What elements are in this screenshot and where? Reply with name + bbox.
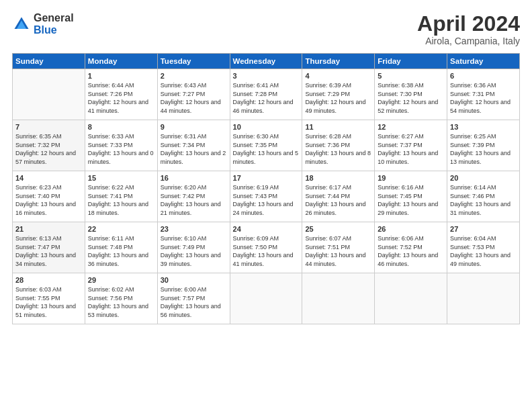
header: General Blue April 2024 Airola, Campania… <box>12 12 520 46</box>
day-info: Sunrise: 6:02 AMSunset: 7:56 PMDaylight:… <box>88 285 154 319</box>
calendar-cell: 17Sunrise: 6:19 AMSunset: 7:43 PMDayligh… <box>230 171 302 222</box>
subtitle: Airola, Campania, Italy <box>417 36 520 46</box>
day-info: Sunrise: 6:16 AMSunset: 7:45 PMDaylight:… <box>378 183 444 217</box>
calendar-cell: 15Sunrise: 6:22 AMSunset: 7:41 PMDayligh… <box>85 171 157 222</box>
calendar-cell: 24Sunrise: 6:09 AMSunset: 7:50 PMDayligh… <box>230 222 302 273</box>
day-number: 11 <box>305 123 371 131</box>
day-info: Sunrise: 6:19 AMSunset: 7:43 PMDaylight:… <box>233 183 300 217</box>
day-info: Sunrise: 6:44 AMSunset: 7:26 PMDaylight:… <box>88 81 154 115</box>
calendar-cell: 8Sunrise: 6:33 AMSunset: 7:33 PMDaylight… <box>85 120 157 171</box>
column-header-friday: Friday <box>375 54 447 69</box>
calendar-cell: 1Sunrise: 6:44 AMSunset: 7:26 PMDaylight… <box>85 69 157 120</box>
day-number: 21 <box>15 225 82 233</box>
day-info: Sunrise: 6:35 AMSunset: 7:32 PMDaylight:… <box>15 132 82 166</box>
day-info: Sunrise: 6:06 AMSunset: 7:52 PMDaylight:… <box>378 234 444 268</box>
day-number: 9 <box>161 123 227 131</box>
calendar-cell: 19Sunrise: 6:16 AMSunset: 7:45 PMDayligh… <box>375 171 447 222</box>
week-row-1: 1Sunrise: 6:44 AMSunset: 7:26 PMDaylight… <box>13 69 520 120</box>
day-number: 8 <box>88 123 154 131</box>
day-info: Sunrise: 6:33 AMSunset: 7:33 PMDaylight:… <box>88 132 154 166</box>
day-info: Sunrise: 6:22 AMSunset: 7:41 PMDaylight:… <box>88 183 154 217</box>
day-number: 20 <box>450 174 517 182</box>
day-info: Sunrise: 6:41 AMSunset: 7:28 PMDaylight:… <box>233 81 300 115</box>
day-info: Sunrise: 6:25 AMSunset: 7:39 PMDaylight:… <box>450 132 517 166</box>
day-info: Sunrise: 6:03 AMSunset: 7:55 PMDaylight:… <box>15 285 82 319</box>
day-info: Sunrise: 6:20 AMSunset: 7:42 PMDaylight:… <box>161 183 227 217</box>
calendar-cell <box>230 273 302 324</box>
day-number: 4 <box>305 72 371 80</box>
day-number: 12 <box>378 123 444 131</box>
week-row-3: 14Sunrise: 6:23 AMSunset: 7:40 PMDayligh… <box>13 171 520 222</box>
day-info: Sunrise: 6:10 AMSunset: 7:49 PMDaylight:… <box>161 234 227 268</box>
day-number: 5 <box>378 72 444 80</box>
week-row-5: 28Sunrise: 6:03 AMSunset: 7:55 PMDayligh… <box>13 273 520 324</box>
logo-general: General <box>34 12 74 24</box>
day-number: 10 <box>233 123 300 131</box>
day-info: Sunrise: 6:13 AMSunset: 7:47 PMDaylight:… <box>15 234 82 268</box>
day-info: Sunrise: 6:39 AMSunset: 7:29 PMDaylight:… <box>305 81 371 115</box>
logo-blue: Blue <box>34 24 74 36</box>
calendar-cell: 13Sunrise: 6:25 AMSunset: 7:39 PMDayligh… <box>447 120 520 171</box>
week-row-4: 21Sunrise: 6:13 AMSunset: 7:47 PMDayligh… <box>13 222 520 273</box>
day-info: Sunrise: 6:14 AMSunset: 7:46 PMDaylight:… <box>450 183 517 217</box>
day-number: 23 <box>161 225 227 233</box>
calendar-cell: 5Sunrise: 6:38 AMSunset: 7:30 PMDaylight… <box>375 69 447 120</box>
day-number: 1 <box>88 72 154 80</box>
day-info: Sunrise: 6:30 AMSunset: 7:35 PMDaylight:… <box>233 132 300 166</box>
calendar-cell: 28Sunrise: 6:03 AMSunset: 7:55 PMDayligh… <box>13 273 85 324</box>
day-info: Sunrise: 6:23 AMSunset: 7:40 PMDaylight:… <box>15 183 82 217</box>
calendar-cell: 14Sunrise: 6:23 AMSunset: 7:40 PMDayligh… <box>13 171 85 222</box>
column-header-thursday: Thursday <box>302 54 375 69</box>
calendar-cell: 3Sunrise: 6:41 AMSunset: 7:28 PMDaylight… <box>230 69 302 120</box>
calendar-cell: 18Sunrise: 6:17 AMSunset: 7:44 PMDayligh… <box>302 171 375 222</box>
day-number: 24 <box>233 225 300 233</box>
column-header-monday: Monday <box>85 54 157 69</box>
day-number: 26 <box>378 225 444 233</box>
calendar-cell: 26Sunrise: 6:06 AMSunset: 7:52 PMDayligh… <box>375 222 447 273</box>
title-block: April 2024 Airola, Campania, Italy <box>417 12 520 46</box>
calendar-cell: 2Sunrise: 6:43 AMSunset: 7:27 PMDaylight… <box>157 69 230 120</box>
day-number: 18 <box>305 174 371 182</box>
calendar-cell: 4Sunrise: 6:39 AMSunset: 7:29 PMDaylight… <box>302 69 375 120</box>
day-info: Sunrise: 6:04 AMSunset: 7:53 PMDaylight:… <box>450 234 517 268</box>
main-title: April 2024 <box>417 12 520 36</box>
calendar-cell <box>375 273 447 324</box>
column-header-sunday: Sunday <box>13 54 85 69</box>
header-row: SundayMondayTuesdayWednesdayThursdayFrid… <box>13 54 520 69</box>
day-number: 2 <box>161 72 227 80</box>
calendar-cell: 12Sunrise: 6:27 AMSunset: 7:37 PMDayligh… <box>375 120 447 171</box>
day-number: 22 <box>88 225 154 233</box>
day-info: Sunrise: 6:27 AMSunset: 7:37 PMDaylight:… <box>378 132 444 166</box>
day-number: 17 <box>233 174 300 182</box>
column-header-tuesday: Tuesday <box>157 54 230 69</box>
day-number: 6 <box>450 72 517 80</box>
day-number: 29 <box>88 276 154 284</box>
column-header-saturday: Saturday <box>447 54 520 69</box>
day-number: 13 <box>450 123 517 131</box>
calendar-cell: 25Sunrise: 6:07 AMSunset: 7:51 PMDayligh… <box>302 222 375 273</box>
day-number: 16 <box>161 174 227 182</box>
logo-icon <box>12 15 31 34</box>
calendar-table: SundayMondayTuesdayWednesdayThursdayFrid… <box>12 53 520 324</box>
calendar-cell <box>13 69 85 120</box>
day-info: Sunrise: 6:43 AMSunset: 7:27 PMDaylight:… <box>161 81 227 115</box>
calendar-cell: 30Sunrise: 6:00 AMSunset: 7:57 PMDayligh… <box>157 273 230 324</box>
day-number: 14 <box>15 174 82 182</box>
calendar-cell: 16Sunrise: 6:20 AMSunset: 7:42 PMDayligh… <box>157 171 230 222</box>
calendar-cell: 9Sunrise: 6:31 AMSunset: 7:34 PMDaylight… <box>157 120 230 171</box>
calendar-cell: 11Sunrise: 6:28 AMSunset: 7:36 PMDayligh… <box>302 120 375 171</box>
day-info: Sunrise: 6:36 AMSunset: 7:31 PMDaylight:… <box>450 81 517 115</box>
day-number: 30 <box>161 276 227 284</box>
day-info: Sunrise: 6:11 AMSunset: 7:48 PMDaylight:… <box>88 234 154 268</box>
calendar-cell: 7Sunrise: 6:35 AMSunset: 7:32 PMDaylight… <box>13 120 85 171</box>
day-number: 3 <box>233 72 300 80</box>
day-number: 27 <box>450 225 517 233</box>
page: General Blue April 2024 Airola, Campania… <box>0 0 532 411</box>
calendar-cell: 29Sunrise: 6:02 AMSunset: 7:56 PMDayligh… <box>85 273 157 324</box>
calendar-cell: 23Sunrise: 6:10 AMSunset: 7:49 PMDayligh… <box>157 222 230 273</box>
logo-text: General Blue <box>34 12 74 36</box>
week-row-2: 7Sunrise: 6:35 AMSunset: 7:32 PMDaylight… <box>13 120 520 171</box>
day-info: Sunrise: 6:00 AMSunset: 7:57 PMDaylight:… <box>161 285 227 319</box>
calendar-cell: 22Sunrise: 6:11 AMSunset: 7:48 PMDayligh… <box>85 222 157 273</box>
calendar-cell: 21Sunrise: 6:13 AMSunset: 7:47 PMDayligh… <box>13 222 85 273</box>
